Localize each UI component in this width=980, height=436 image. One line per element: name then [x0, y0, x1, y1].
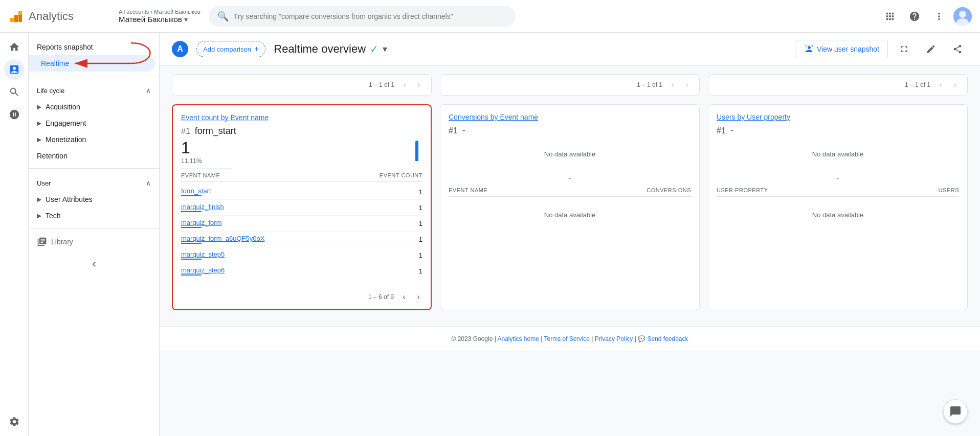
row-underline-3 — [181, 227, 202, 228]
help-button[interactable] — [904, 6, 925, 27]
top-card-2-pagination: 1 – 1 of 1 ‹ › — [440, 75, 699, 96]
page-title-dropdown-button[interactable]: ▾ — [383, 43, 387, 55]
apps-icon — [884, 11, 896, 22]
event-row-value-5: 1 — [419, 251, 422, 259]
explore-icon — [9, 86, 20, 98]
reports-nav-button[interactable] — [4, 59, 25, 80]
top-card-2-prev-button[interactable]: ‹ — [666, 79, 679, 91]
sidebar-divider-1 — [29, 76, 159, 76]
user-avatar[interactable] — [953, 7, 972, 26]
event-count-col-header: EVENT COUNT — [380, 172, 422, 178]
users-table-header: USER PROPERTY USERS — [717, 184, 959, 197]
event-count-footer-arrows: ‹ › — [398, 291, 425, 303]
edit-button[interactable] — [921, 39, 941, 59]
event-count-card: Event count by Event name #1 form_start … — [172, 104, 432, 310]
svg-rect-3 — [18, 11, 22, 15]
users-card-title[interactable]: Users by User property — [717, 113, 959, 121]
top-card-1-pagination: 1 – 1 of 1 ‹ › — [172, 75, 431, 96]
analytics-home-link[interactable]: Analytics home — [498, 335, 539, 342]
view-user-snapshot-button[interactable]: View user snapshot — [796, 40, 888, 58]
add-comparison-label: Add comparison — [203, 45, 251, 53]
sidebar-item-realtime[interactable]: Realtime — [29, 55, 155, 72]
conversions-no-data-top: No data available — [449, 138, 691, 170]
sidebar-library[interactable]: Library — [29, 233, 159, 251]
top-card-1-pagination-label: 1 – 1 of 1 — [369, 81, 394, 88]
mini-bar-chart — [240, 141, 422, 169]
top-card-1-next-button[interactable]: › — [413, 79, 425, 91]
event-row-name-5: marquiz_step5 — [181, 250, 225, 260]
row-underline-6 — [181, 274, 202, 276]
account-name-dropdown[interactable]: Матвей Баклыков ▾ — [119, 15, 201, 24]
users-card-body: Users by User property #1 - No data avai… — [708, 105, 967, 239]
search-bar[interactable]: 🔍 — [209, 6, 516, 27]
tech-label: Tech — [46, 212, 61, 220]
advertising-icon — [9, 109, 20, 120]
send-feedback-link[interactable]: Send feedback — [647, 335, 688, 342]
content-header: A Add comparison + Realtime overview ✓ ▾… — [160, 33, 980, 66]
engagement-expand-icon: ▶ — [37, 120, 41, 127]
event-count-prev-button[interactable]: ‹ — [398, 291, 410, 303]
lifecycle-section[interactable]: Life cycle ∧ — [29, 80, 159, 99]
search-input[interactable] — [234, 12, 507, 20]
sidebar-collapse[interactable] — [29, 251, 159, 278]
event-count-card-body: Event count by Event name #1 form_start … — [173, 105, 431, 287]
event-count-rank: #1 — [181, 127, 190, 135]
sidebar-item-engagement[interactable]: ▶ Engagement — [29, 115, 155, 131]
copyright: © 2023 Google — [451, 335, 493, 342]
top-card-3-prev-button[interactable]: ‹ — [934, 79, 947, 91]
event-count-next-button[interactable]: › — [412, 291, 425, 303]
row-underline-1 — [181, 195, 202, 196]
top-header: Analytics All accounts › Матвей Баклыков… — [0, 0, 980, 33]
event-count-metric-block: 1 11.11% — [181, 139, 232, 169]
conversions-card-title[interactable]: Conversions by Event name — [449, 113, 691, 121]
sidebar-item-retention[interactable]: Retention — [29, 148, 155, 164]
table-row: marquiz_step6 1 — [181, 263, 422, 279]
sidebar-item-tech[interactable]: ▶ Tech — [29, 208, 155, 224]
event-count-title[interactable]: Event count by Event name — [181, 113, 422, 122]
top-card-1-pagination-arrows: ‹ › — [398, 79, 425, 91]
home-nav-button[interactable] — [4, 37, 25, 57]
library-label: Library — [51, 238, 73, 246]
event-row-name-3: marquiz_form — [181, 219, 221, 228]
sidebar-item-acquisition[interactable]: ▶ Acquisition — [29, 99, 155, 115]
users-no-data-table: No data available — [717, 199, 959, 231]
share-button[interactable] — [947, 39, 968, 59]
top-card-1: 1 – 1 of 1 ‹ › — [172, 74, 432, 96]
user-attributes-label: User Attributes — [46, 195, 93, 203]
chat-fab-button[interactable] — [943, 399, 968, 424]
fullscreen-button[interactable] — [894, 39, 915, 59]
add-comparison-button[interactable]: Add comparison + — [196, 41, 265, 57]
event-row-name-1: form_start — [181, 187, 211, 196]
explore-nav-button[interactable] — [4, 82, 25, 102]
svg-rect-0 — [10, 18, 14, 22]
account-info: All accounts › Матвей Баклыков Матвей Ба… — [119, 9, 201, 24]
tech-expand-icon: ▶ — [37, 212, 41, 219]
acquisition-expand-icon: ▶ — [37, 103, 41, 110]
top-card-2-next-button[interactable]: › — [681, 79, 693, 91]
privacy-link[interactable]: Privacy Policy — [595, 335, 633, 342]
acquisition-label: Acquisition — [46, 103, 80, 111]
top-card-3-next-button[interactable]: › — [949, 79, 961, 91]
top-card-1-prev-button[interactable]: ‹ — [398, 79, 411, 91]
event-count-metric-percent: 11.11% — [181, 157, 232, 165]
advertising-nav-button[interactable] — [4, 104, 25, 125]
event-row-value-1: 1 — [419, 188, 422, 196]
event-row-value-3: 1 — [419, 220, 422, 227]
sidebar-item-monetization[interactable]: ▶ Monetization — [29, 131, 155, 148]
page-title-check-icon: ✓ — [370, 43, 378, 55]
settings-nav-button[interactable] — [4, 411, 25, 432]
apps-button[interactable] — [880, 6, 900, 27]
library-icon — [37, 237, 47, 247]
help-icon — [909, 11, 920, 22]
more-options-button[interactable] — [929, 6, 949, 27]
table-row: marquiz_form 1 — [181, 216, 422, 232]
user-section[interactable]: User ∧ — [29, 173, 159, 191]
event-count-footer-label: 1 – 6 of 9 — [368, 293, 394, 301]
icon-nav — [0, 33, 29, 436]
event-row-name-4: marquiz_form_a6uQF5y0oX — [181, 235, 264, 244]
terms-link[interactable]: Terms of Service — [544, 335, 589, 342]
event-count-metric-value: 1 — [181, 139, 232, 157]
collapse-sidebar-icon — [89, 259, 99, 269]
sidebar-item-user-attributes[interactable]: ▶ User Attributes — [29, 191, 155, 208]
analytics-logo-icon — [8, 9, 24, 24]
